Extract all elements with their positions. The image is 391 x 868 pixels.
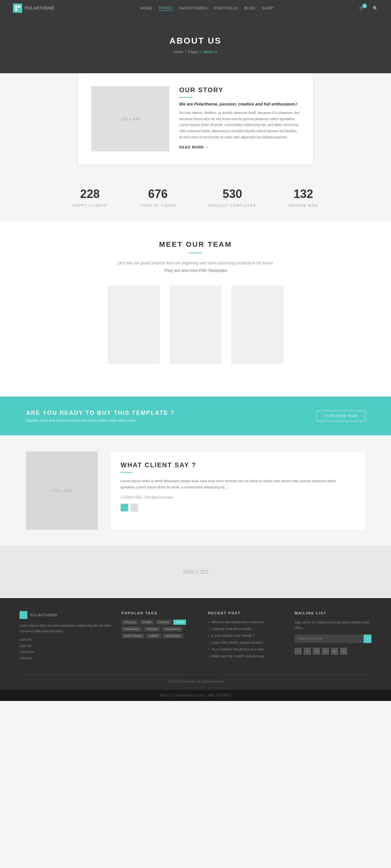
social-twitter-icon[interactable]: t — [295, 648, 302, 655]
footer: POLARTHEME Lorem ipsum dolor sit amet co… — [0, 598, 391, 690]
tag-clean[interactable]: Clean — [173, 620, 186, 625]
team-card-2 — [169, 286, 222, 364]
cta-banner: ARE YOU READY TO BUY THIS TEMPLATE ? Ege… — [0, 397, 391, 435]
recent-title: RECENT POST — [208, 611, 285, 615]
testimonial-nav: ‹ › — [120, 504, 355, 512]
logo-text: POLARTHEME — [25, 6, 55, 10]
logo-icon — [13, 4, 22, 13]
email-submit-button[interactable]: › — [364, 634, 371, 643]
footer-logo-text: POLARTHEME — [30, 613, 58, 617]
page-title: ABOUT US — [0, 36, 391, 46]
tag-atmosphere[interactable]: Atmosphere — [163, 633, 184, 639]
story-section: 430 x 430 OUR STORY We are Polartheme, p… — [78, 73, 313, 164]
footer-bottom: © 2014 Polartheme. All rights reserved. — [20, 674, 371, 683]
read-more-link[interactable]: READ MORE — [179, 145, 209, 149]
footer-brand: POLARTHEME Lorem ipsum dolor sit amet co… — [20, 611, 112, 664]
testimonial-divider — [120, 472, 132, 473]
footer-link-1[interactable]: Link one — [20, 637, 112, 642]
team-divider — [189, 253, 202, 253]
svg-rect-0 — [15, 5, 17, 8]
testimonial-author-title: - Old Businessman — [142, 495, 173, 499]
social-linkedin-icon[interactable]: in — [313, 648, 320, 655]
tag-template[interactable]: Template — [143, 626, 161, 632]
tags-title: POPULAR TAGS — [121, 611, 198, 615]
recent-posts-list: How you can impact your customers. Logia… — [208, 620, 285, 659]
stat-number-projects: 530 — [208, 187, 256, 201]
svg-rect-1 — [18, 5, 20, 8]
story-text: No one rejects, dislikes, or avoids plea… — [179, 110, 300, 140]
purchase-button[interactable]: PURCHASE NOW — [317, 410, 365, 421]
watermark: 素材天下 www.sucaisucai.com | 编号: 04708067 — [0, 690, 391, 701]
stat-number-clients: 228 — [73, 187, 107, 201]
story-subtitle: We are Polartheme, passion, creative and… — [179, 101, 300, 106]
recent-post-3[interactable]: Is your website user friendly ? — [208, 633, 285, 638]
testimonial-card: WHAT CLIENT SAY ? Lorem ipsum dolor is a… — [111, 452, 365, 530]
footer-link-3[interactable]: Link three — [20, 650, 112, 654]
nav-home[interactable]: HOME — [140, 6, 152, 10]
footer-link-2[interactable]: Link two — [20, 643, 112, 648]
recent-post-1[interactable]: How you can impact your customers. — [208, 620, 285, 624]
team-title: MEET OUR TEAM — [13, 240, 378, 249]
social-youtube-icon[interactable]: yt — [340, 648, 347, 655]
footer-recent-col: RECENT POST How you can impact your cust… — [208, 611, 285, 664]
cta-title: ARE YOU READY TO BUY THIS TEMPLATE ? — [26, 410, 175, 416]
tag-publish[interactable]: Publish — [146, 633, 161, 639]
email-input[interactable] — [295, 634, 364, 643]
testimonial-section: 370 x 500 WHAT CLIENT SAY ? Lorem ipsum … — [0, 435, 391, 546]
tag-simple[interactable]: Simple — [140, 620, 154, 625]
breadcrumb: Home / Pages / About us — [0, 50, 391, 54]
breadcrumb-pages[interactable]: Pages — [188, 50, 198, 54]
nav-blog[interactable]: BLOG — [244, 6, 256, 10]
story-content: OUR STORY We are Polartheme, passion, cr… — [179, 86, 300, 151]
footer-grid: POLARTHEME Lorem ipsum dolor sit amet co… — [20, 611, 371, 664]
header: POLARTHEME HOME PAGES SHORTCODES PORTFOL… — [0, 0, 391, 16]
team-subtitle2: They are also nice PSD Templates — [13, 268, 378, 273]
tag-polartheme[interactable]: Polartheme — [121, 626, 142, 632]
team-section: MEET OUR TEAM Let's see our grand projec… — [0, 221, 391, 397]
social-google-icon[interactable]: g+ — [331, 648, 338, 655]
stat-projects: 530 PROJECT COMPLETED — [208, 187, 256, 208]
recent-post-5[interactable]: Your customer should love your web. — [208, 647, 285, 652]
banner-placeholder: 1920 x 323 — [0, 546, 391, 598]
recent-post-4[interactable]: Logan offer weekly updates & more. — [208, 640, 285, 645]
footer-link-4[interactable]: Link four — [20, 656, 112, 661]
nav-portfolio[interactable]: PORTFOLIO — [214, 6, 238, 10]
tag-responsive[interactable]: Responsive — [162, 626, 183, 632]
testimonial-author: LOGAN CEE - Old Businessman — [120, 495, 355, 499]
nav-shortcodes[interactable]: SHORTCODES — [179, 6, 207, 10]
tag-retina[interactable]: Retina Ready — [121, 633, 145, 639]
footer-logo-icon — [20, 611, 27, 619]
social-facebook-icon[interactable]: f — [304, 648, 311, 655]
stat-number-awards: 132 — [289, 187, 318, 201]
team-card-3 — [231, 286, 283, 364]
nav-shop[interactable]: SHOP — [262, 6, 273, 10]
testimonial-prev-button[interactable]: ‹ — [120, 504, 129, 512]
recent-post-6[interactable]: Make your site smooth and stunning. — [208, 654, 285, 659]
breadcrumb-home[interactable]: Home — [174, 50, 183, 54]
footer-description: Lorem ipsum dolor sit amet consectetur a… — [20, 623, 112, 634]
stats-section: 228 HAPPY CLIENTS 676 LINES OF CODES 530… — [0, 171, 391, 221]
social-icons: t f in p g+ yt — [295, 648, 371, 655]
search-icon[interactable]: 🔍 — [373, 6, 378, 11]
tag-amazing[interactable]: Amazing — [121, 620, 138, 625]
footer-tags-col: POPULAR TAGS Amazing Simple Creative Cle… — [121, 611, 198, 664]
recent-post-2[interactable]: Logiance is all about quality. — [208, 626, 285, 631]
mailing-description: Sign up for our mailing list to get late… — [295, 620, 371, 631]
copyright: © 2014 Polartheme. All rights reserved. — [167, 680, 224, 683]
cta-description: Egestas dolor erat vamus suscipit sed ip… — [26, 418, 175, 422]
mailing-title: MAILING LIST — [295, 611, 371, 615]
logo[interactable]: POLARTHEME — [13, 4, 55, 13]
svg-rect-2 — [15, 8, 17, 11]
email-form: › — [295, 634, 371, 643]
social-pinterest-icon[interactable]: p — [322, 648, 329, 655]
team-cards — [13, 286, 378, 383]
footer-logo: POLARTHEME — [20, 611, 112, 619]
tags-grid: Amazing Simple Creative Clean Polartheme… — [121, 620, 198, 639]
cart-icon[interactable]: 🛒0 — [359, 5, 369, 11]
team-card-1 — [108, 286, 160, 364]
testimonial-next-button[interactable]: › — [130, 504, 138, 512]
tag-creative[interactable]: Creative — [156, 620, 172, 625]
team-subtitle: Let's see our grand projects from the be… — [13, 260, 378, 267]
nav-pages[interactable]: PAGES — [159, 6, 173, 11]
story-image: 430 x 430 — [91, 86, 169, 151]
